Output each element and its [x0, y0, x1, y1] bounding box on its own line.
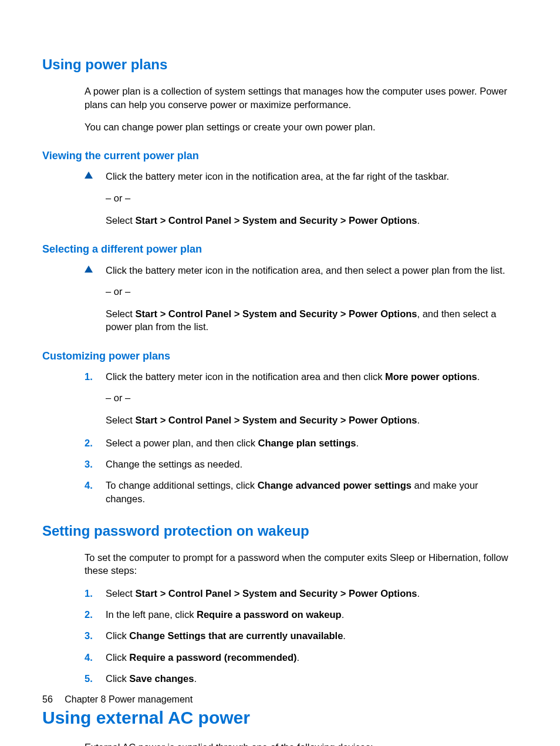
paragraph: A power plan is a collection of system s…: [85, 85, 518, 111]
ordered-list: 2. Select a power plan, and then click C…: [85, 436, 518, 505]
list-item: 3. Click Change Settings that are curren…: [85, 629, 518, 642]
bold-text: Require a password on wakeup: [197, 609, 342, 620]
list-text: Click Save changes.: [106, 672, 518, 685]
list-text: To change additional settings, click Cha…: [106, 479, 518, 505]
text: Click: [106, 630, 129, 641]
text: .: [417, 215, 420, 226]
list-text: In the left pane, click Require a passwo…: [106, 608, 518, 621]
list-text: Select a power plan, and then click Chan…: [106, 436, 518, 449]
bold-text: Save changes: [129, 673, 194, 684]
list-text: Click Require a password (recommended).: [106, 651, 518, 664]
list-item: 1. Click the battery meter icon in the n…: [85, 370, 518, 383]
list-item: 1. Select Start > Control Panel > System…: [85, 587, 518, 600]
text: .: [194, 673, 197, 684]
section-body: External AC power is supplied through on…: [85, 741, 518, 746]
bullet-item: Click the battery meter icon in the noti…: [85, 264, 518, 277]
text: Select: [106, 415, 135, 425]
list-number: 2.: [85, 608, 106, 621]
ordered-list: 1. Click the battery meter icon in the n…: [85, 370, 518, 383]
bold-text: Change plan settings: [258, 438, 356, 448]
bold-text: Change Settings that are currently unava…: [129, 630, 343, 641]
list-item: 2. Select a power plan, and then click C…: [85, 436, 518, 449]
list-text: Change the settings as needed.: [106, 458, 518, 471]
list-text: Click Change Settings that are currently…: [106, 629, 518, 642]
bold-text: Change advanced power settings: [258, 480, 411, 490]
bullet-text: Click the battery meter icon in the noti…: [106, 264, 518, 277]
bullet-text: Click the battery meter icon in the noti…: [106, 170, 518, 183]
section-body: Click the battery meter icon in the noti…: [85, 170, 518, 183]
or-separator: – or –: [106, 191, 518, 204]
text: .: [356, 438, 359, 448]
text: .: [342, 609, 345, 620]
page-number: 56: [42, 694, 53, 704]
heading-customizing-power-plans: Customizing power plans: [42, 349, 518, 363]
text: Click the battery meter icon in the noti…: [106, 371, 385, 382]
text: .: [417, 588, 420, 599]
text: Select: [106, 308, 135, 319]
heading-using-external-ac-power: Using external AC power: [42, 706, 518, 730]
list-item: 4. Click Require a password (recommended…: [85, 651, 518, 664]
bold-text: More power options: [385, 371, 477, 382]
bold-text: Start > Control Panel > System and Secur…: [135, 308, 417, 319]
or-separator: – or –: [106, 391, 518, 404]
page-footer: 56 Chapter 8 Power management: [42, 693, 193, 706]
chapter-label: Chapter 8 Power management: [65, 694, 193, 704]
text: .: [343, 630, 346, 641]
triangle-bullet-icon: [85, 170, 106, 183]
sub-paragraph: – or – Select Start > Control Panel > Sy…: [106, 391, 518, 427]
list-item: 4. To change additional settings, click …: [85, 479, 518, 505]
bold-text: Start > Control Panel > System and Secur…: [135, 588, 417, 599]
section-body: A power plan is a collection of system s…: [85, 85, 518, 133]
bold-text: Require a password (recommended): [129, 652, 296, 663]
section-body: Click the battery meter icon in the noti…: [85, 264, 518, 277]
heading-using-power-plans: Using power plans: [42, 55, 518, 74]
paragraph: To set the computer to prompt for a pass…: [85, 551, 518, 577]
text: Click: [106, 652, 129, 663]
list-text: Select Start > Control Panel > System an…: [106, 587, 518, 600]
text: .: [297, 652, 300, 663]
paragraph: External AC power is supplied through on…: [85, 741, 518, 746]
list-item: 2. In the left pane, click Require a pas…: [85, 608, 518, 621]
bullet-item: Click the battery meter icon in the noti…: [85, 170, 518, 183]
paragraph: Select Start > Control Panel > System an…: [106, 214, 518, 227]
list-number: 5.: [85, 672, 106, 685]
text: .: [417, 415, 420, 425]
list-number: 1.: [85, 587, 106, 600]
section-body: To set the computer to prompt for a pass…: [85, 551, 518, 685]
text: Click: [106, 673, 129, 684]
heading-selecting-different-power-plan: Selecting a different power plan: [42, 242, 518, 256]
text: To change additional settings, click: [106, 480, 258, 490]
text: Select: [106, 588, 135, 599]
list-item: 3. Change the settings as needed.: [85, 458, 518, 471]
list-number: 3.: [85, 458, 106, 471]
heading-viewing-current-power-plan: Viewing the current power plan: [42, 149, 518, 163]
or-separator: – or –: [106, 285, 518, 298]
paragraph: You can change power plan settings or cr…: [85, 120, 518, 133]
list-number: 2.: [85, 436, 106, 449]
paragraph: Select Start > Control Panel > System an…: [106, 414, 518, 426]
bold-text: Start > Control Panel > System and Secur…: [135, 415, 417, 425]
text: Select a power plan, and then click: [106, 438, 258, 448]
triangle-bullet-icon: [85, 264, 106, 277]
heading-setting-password-protection: Setting password protection on wakeup: [42, 522, 518, 540]
list-number: 1.: [85, 370, 106, 383]
list-number: 4.: [85, 651, 106, 664]
sub-paragraph: – or – Select Start > Control Panel > Sy…: [106, 191, 518, 227]
list-text: Click the battery meter icon in the noti…: [106, 370, 518, 383]
sub-paragraph: – or – Select Start > Control Panel > Sy…: [106, 285, 518, 334]
list-number: 4.: [85, 479, 106, 505]
paragraph: Select Start > Control Panel > System an…: [106, 307, 518, 334]
text: .: [477, 371, 480, 382]
list-number: 3.: [85, 629, 106, 642]
document-page: Using power plans A power plan is a coll…: [0, 0, 560, 746]
list-item: 5. Click Save changes.: [85, 672, 518, 685]
text: Select: [106, 215, 135, 226]
text: In the left pane, click: [106, 609, 197, 620]
bold-text: Start > Control Panel > System and Secur…: [135, 215, 417, 226]
